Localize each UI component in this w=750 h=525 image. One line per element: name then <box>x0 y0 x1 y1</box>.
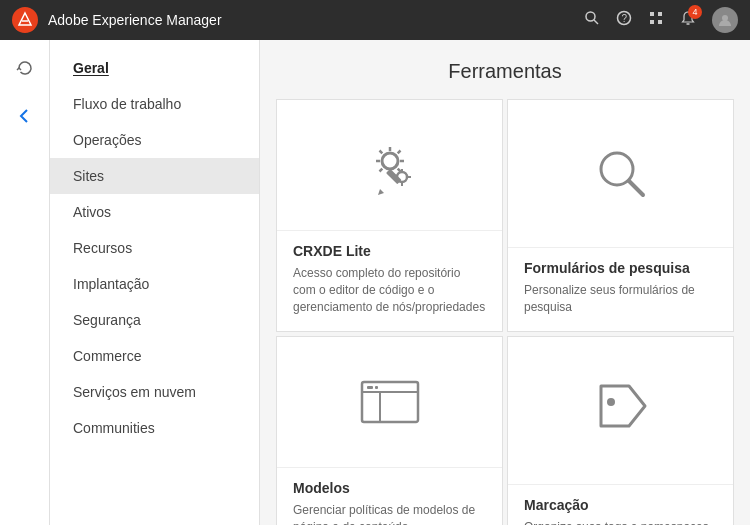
template-icon <box>358 378 422 437</box>
sidebar-item-nuvem[interactable]: Serviços em nuvem <box>50 374 259 410</box>
card-search-forms[interactable]: Formulários de pesquisa Personalize seus… <box>507 99 734 332</box>
card-crxde-body: CRXDE Lite Acesso completo do repositóri… <box>277 230 502 331</box>
main-layout: Geral Fluxo de trabalho Operações Sites … <box>0 40 750 525</box>
sidebar-item-sites[interactable]: Sites <box>50 158 259 194</box>
card-search-forms-desc: Personalize seus formulários de pesquisa <box>524 282 717 316</box>
sidebar-item-ativos[interactable]: Ativos <box>50 194 259 230</box>
card-crxde-title: CRXDE Lite <box>293 243 486 259</box>
svg-text:?: ? <box>622 13 628 24</box>
notification-badge: 4 <box>688 5 702 19</box>
icon-rail <box>0 40 50 525</box>
card-crxde-desc: Acesso completo do repositório com o edi… <box>293 265 486 315</box>
svg-rect-6 <box>650 12 654 16</box>
sidebar-item-recursos[interactable]: Recursos <box>50 230 259 266</box>
card-templates-icon-area <box>277 337 502 467</box>
user-avatar[interactable] <box>712 7 738 33</box>
svg-point-23 <box>607 398 615 406</box>
card-tagging-title: Marcação <box>524 497 717 513</box>
svg-point-12 <box>382 153 398 169</box>
card-templates[interactable]: Modelos Gerenciar políticas de modelos d… <box>276 336 503 525</box>
card-tagging-icon-area <box>508 337 733 484</box>
cards-grid: CRXDE Lite Acesso completo do repositóri… <box>260 99 750 525</box>
card-search-forms-body: Formulários de pesquisa Personalize seus… <box>508 247 733 332</box>
svg-marker-0 <box>19 13 31 25</box>
svg-rect-7 <box>658 12 662 16</box>
card-tagging[interactable]: Marcação Organize suas tags e namespaces <box>507 336 734 525</box>
apps-icon[interactable] <box>648 10 664 30</box>
card-tagging-body: Marcação Organize suas tags e namespaces <box>508 484 733 525</box>
help-icon[interactable]: ? <box>616 10 632 30</box>
svg-rect-8 <box>650 20 654 24</box>
svg-line-3 <box>594 20 598 24</box>
sidebar-item-implantacao[interactable]: Implantação <box>50 266 259 302</box>
app-logo[interactable] <box>12 7 38 33</box>
svg-point-2 <box>586 12 595 21</box>
svg-rect-21 <box>367 386 373 389</box>
svg-rect-22 <box>375 386 378 389</box>
search-icon-large <box>589 141 653 216</box>
topbar: Adobe Experience Manager ? <box>0 0 750 40</box>
page-title: Ferramentas <box>260 40 750 99</box>
sidebar-item-operacoes[interactable]: Operações <box>50 122 259 158</box>
sidebar-item-seguranca[interactable]: Segurança <box>50 302 259 338</box>
svg-line-17 <box>629 181 643 195</box>
gear-icon <box>358 133 422 208</box>
notification-icon[interactable]: 4 <box>680 10 696 30</box>
sidebar-item-fluxo[interactable]: Fluxo de trabalho <box>50 86 259 122</box>
tag-icon <box>589 378 653 453</box>
card-search-forms-icon-area <box>508 100 733 247</box>
card-templates-desc: Gerenciar políticas de modelos de página… <box>293 502 486 525</box>
card-crxde[interactable]: CRXDE Lite Acesso completo do repositóri… <box>276 99 503 332</box>
sidebar: Geral Fluxo de trabalho Operações Sites … <box>50 40 260 525</box>
rail-refresh-icon[interactable] <box>9 52 41 84</box>
main-content: Ferramentas <box>260 40 750 525</box>
logo-letter <box>17 11 33 30</box>
app-title: Adobe Experience Manager <box>48 12 584 28</box>
svg-marker-15 <box>378 189 384 195</box>
card-crxde-icon-area <box>277 100 502 230</box>
card-templates-title: Modelos <box>293 480 486 496</box>
card-tagging-desc: Organize suas tags e namespaces <box>524 519 717 525</box>
topbar-icons: ? 4 <box>584 7 738 33</box>
search-icon[interactable] <box>584 10 600 30</box>
rail-back-icon[interactable] <box>9 100 41 132</box>
card-templates-body: Modelos Gerenciar políticas de modelos d… <box>277 467 502 525</box>
svg-rect-9 <box>658 20 662 24</box>
sidebar-item-geral[interactable]: Geral <box>50 50 259 86</box>
sidebar-item-communities[interactable]: Communities <box>50 410 259 446</box>
sidebar-item-commerce[interactable]: Commerce <box>50 338 259 374</box>
card-search-forms-title: Formulários de pesquisa <box>524 260 717 276</box>
